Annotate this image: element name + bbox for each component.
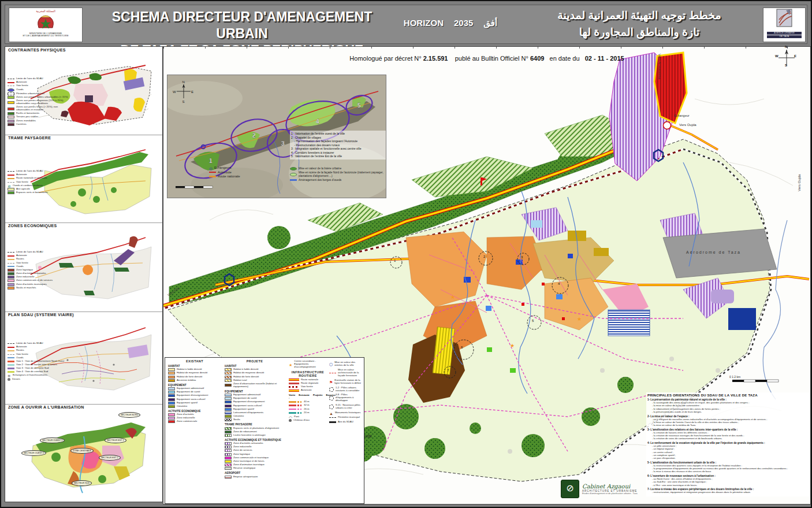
legend-chip [8,259,14,261]
orientation-item: à l'Est : une zone touristique et de loi… [652,484,808,487]
legend-item: Equipement socio-culturel [225,405,285,407]
legend-item: Zone commerciale [168,420,221,423]
legend-item: Voie ferrée [8,84,70,87]
symbol-icon [329,373,336,373]
infra-header: INFRASTRUCTURE ROUTIERE [289,370,327,377]
legend-chip [225,476,232,479]
legend-chip [225,434,232,437]
legend-chip [168,413,175,416]
trame-legend: Limite de l'aire du SDAUAutorouteRoute n… [8,169,70,195]
orientation-section: 3- L'amélioration des relations et des l… [647,428,808,440]
legend-chip [8,378,10,381]
legend-chip [8,354,14,355]
legend-col-symbols: ⬡Mise en valeur des entrées de la villeM… [329,359,362,425]
legend-col-infrastructure: ★Centre secondaire - Equipements d'accom… [289,359,327,422]
viaire-legend: Limite de l'aire du SDAUAutorouteRoutesV… [8,342,70,381]
legend-chip [8,361,14,362]
legend-item: ≋Oueds et cordons rivulaires [8,184,70,187]
section-zones-economiques: ZONES ECONOMIQUES Limite [5,223,162,312]
legend-chip [8,88,14,92]
inset-extra-legend: Mise en valeur de la lisière urbaineMise… [290,166,385,182]
legend-item: Zone d'activités touristiques [8,283,70,286]
legend-item: 1-2 : Pôles urbains existants à consolid… [329,387,362,392]
legend-chip [168,402,175,405]
header-band: المملكة المغربية MINISTERE DE L'URBANISM… [5,5,807,44]
legend-item: Espaces verts et boisements [8,191,70,194]
section-contraintes-physiques: CONTRAINTES PHYSIQUES [5,47,162,135]
legend-group: EQUIPEMENT Equipement administratifEquip… [168,384,221,408]
main-map-panel: Homologué par décret N° 2.15.591 publé a… [163,46,811,505]
legend-item: Périmètre urbanisé actuel [8,92,70,95]
legend-item: Habitat de moyenne densité [225,372,285,374]
legend-chip [8,123,14,126]
symbol-icon [329,405,334,409]
decree-number: 2.15.591 [423,55,448,62]
orientation-item: la mise en valeur de la médina de Taza. [652,424,808,427]
road-chip [289,379,299,381]
svg-text:★: ★ [577,316,582,322]
voirie-line [289,412,301,414]
legend-chip: ◎ [209,166,213,169]
legend-group: HABITAT Habitat à faible densitéHabitat … [168,365,221,382]
orientation-section: 6- L'ouverture de nouveaux secteurs à l'… [647,474,808,487]
section-zone-a-ouvrir: ZONE A OUVRIR A L'URBANISATION [5,404,162,503]
legend-item: Voie ferrée [8,262,70,265]
horizon-arabic: أفق [483,18,497,28]
legend-chip [8,368,14,369]
cabinet-logo-icon: ⊘ [561,480,579,498]
legend-group: TRAME PAYSAGERE Espaces verts et plantat… [225,423,285,437]
legend-item: Oueds [8,265,70,268]
section-title: CONTRAINTES PHYSIQUES [8,48,66,52]
voirie-line [289,405,301,406]
legend-chip [8,79,14,79]
section-title: ZONES ECONOMIQUES [8,224,57,228]
legend-chip [168,398,175,401]
legend-chip [168,368,175,371]
legend-item: Routes [8,258,70,261]
title-line1: SCHEMA DIRECTEUR D'AMENAGEMENT URBAIN [86,9,398,42]
legend-chip [168,420,175,423]
orientations-title: PRINCIPALES ORIENTATIONS DU SDAU DE LA V… [647,394,808,397]
legend-item: 3-8 : Pôles d'équipements à développer [329,394,362,402]
legend-item: Lisière forestière à aménager [225,434,285,437]
cabinet-name: Cabinet Azgaoui [582,483,638,490]
legend-chip [225,467,232,470]
bulletin-label: publé au Bulltin Officiel N° [455,55,528,62]
legend-item: Equipement sportif [168,402,221,405]
symbol-icon [329,421,336,423]
legend-chip [225,453,232,456]
orientation-section: 1- La préservation du patrimoine naturel… [647,398,808,413]
legend-item: Mise en valeur de la lisière urbaine [290,167,385,170]
svg-text:W: W [173,90,176,94]
legend-item: Aire du SDAU [329,421,362,424]
legend-item: 9-15 : Nouveaux pôles urbains à créer [329,404,362,410]
homologation-note: Homologué par décret N° 2.15.591 publé a… [267,55,706,62]
legend-item: Zones inondables [8,120,70,123]
legend-chip [8,272,14,275]
legend-chip [290,173,297,176]
horizon-word: HORIZON [404,18,444,28]
thematic-maps-sidebar: CONTRAINTES PHYSIQUES [5,46,163,502]
legend-item: Habitat rural [225,379,285,382]
road-chip [289,386,299,388]
legend-chip [225,463,232,466]
legend-chip [8,347,14,348]
legend-chip [168,387,175,390]
legend-item: Mise en scène de la façade Nord de l'aut… [290,171,385,177]
orientation-section: 2- La mise en valeur de l'espace : en y … [647,415,808,427]
coat-of-arms-icon [34,13,57,30]
agency-caption-sub: DE TAZA [767,35,802,38]
orientation-item: restructuration, équipement et intégrati… [652,491,808,494]
legend-chip [225,372,232,374]
symbol-icon: ▲ [329,411,333,414]
legend-chip [225,408,232,411]
inset-notes: 1 : Valorisation de l'entrée ouest de la… [290,131,386,160]
legend-chip [8,287,14,290]
legend-item: Zone de services [225,449,285,452]
legend-item: Autoroute [289,389,327,392]
legend-chip [8,175,14,176]
section-plan-viaire: PLAN SDAU (SYSTEME VIAIRE) Limite de [5,312,162,405]
ministry-label-line2: ET DE L'AMENAGEMENT DU TERRITOIRE [9,35,82,37]
legend-chip [225,405,232,407]
sector-callout: SECTEUR EST 1 [105,437,126,443]
